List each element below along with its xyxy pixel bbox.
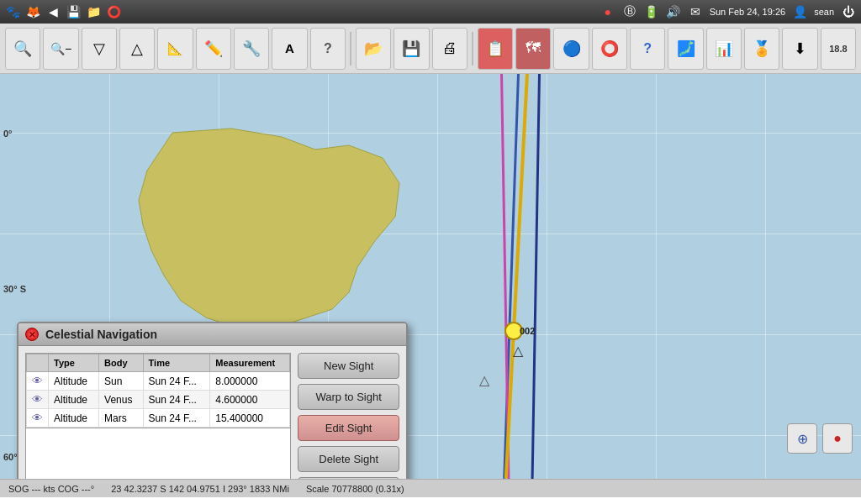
taskbar-app-icon[interactable]: 🐾 [5,4,20,19]
route-button[interactable]: 📐 [157,28,193,70]
fix-label: 002 [520,326,535,336]
grid-line-v5 [547,74,547,479]
taskbar-battery-icon[interactable]: 🔋 [644,4,659,19]
taskbar-bluetooth-icon[interactable]: Ⓑ [622,4,637,19]
sights-table-wrapper: Type Body Time Measurement 👁 Altitude Su… [25,353,291,479]
open-button[interactable]: 📂 [356,28,391,70]
table-empty-area [25,428,291,479]
map-area[interactable]: 0° 30° S 60° △ △ 002 ✕ Celestial Navigat… [0,74,861,479]
time-cell: Sun 24 F... [143,391,210,409]
grid-line-v4 [437,74,438,479]
time-cell: Sun 24 F... [143,409,210,428]
table-row[interactable]: 👁 Altitude Mars Sun 24 F... 15.400000 [27,409,290,428]
sights-table: Type Body Time Measurement 👁 Altitude Su… [26,354,290,428]
statusbar-scale: Scale 70778800 (0.31x) [306,484,404,494]
toolbar-sep-2 [472,32,473,66]
toolbar: 🔍 🔍− ▽ △ 📐 ✏️ 🔧 A ? 📂 💾 🖨 📋 🗺 🔵 ⭕ ? 🗾 📊 … [0,24,861,74]
route2-button[interactable]: 🗺 [515,28,551,70]
body-cell: Venus [99,391,144,409]
col-type-header: Type [49,354,99,372]
col-eye-header [27,354,49,372]
table-row[interactable]: 👁 Altitude Venus Sun 24 F... 4.600000 [27,391,290,409]
taskbar-datetime: Sun Feb 24, 19:26 [710,7,786,17]
scale-button[interactable]: 18.8 [821,28,856,70]
lat-label-0: 0° [3,129,13,139]
grid-line-h2 [0,234,861,234]
eye-cell: 👁 [27,409,49,428]
lat-label-60s: 60° [3,452,18,462]
measure-button[interactable]: △ [119,28,155,70]
chart-button[interactable]: 📋 [478,28,513,70]
time-cell: Sun 24 F... [143,372,210,391]
map-button[interactable]: 🗾 [668,28,703,70]
statusbar: SOG --- kts COG ---° 23 42.3237 S 142 04… [0,479,861,497]
help-button[interactable]: ? [310,28,346,70]
dialog-title: Celestial Navigation [45,328,157,341]
col-measurement-header: Measurement [210,354,290,372]
compass-button[interactable]: ⊕ [787,423,817,454]
taskbar-close-icon[interactable]: ● [600,4,615,19]
record-button[interactable]: ● [822,423,853,454]
badge-button[interactable]: 🏅 [744,28,779,70]
stats-button[interactable]: 📊 [706,28,742,70]
lifering-button[interactable]: ⭕ [592,28,627,70]
taskbar-save-icon[interactable]: 💾 [66,4,81,19]
fix-marker-triangle1: △ [513,343,523,359]
filter-button[interactable]: ▽ [82,28,117,70]
grid-line-h1 [0,133,861,134]
wrench-button[interactable]: 🔧 [234,28,269,70]
dialog-titlebar: ✕ Celestial Navigation [18,323,406,346]
edit-sight-button[interactable]: Edit Sight [298,415,399,441]
eye-cell: 👁 [27,391,49,409]
measurement-cell: 15.400000 [210,409,290,428]
new-sight-button[interactable]: New Sight [298,353,399,379]
dialog-body: Type Body Time Measurement 👁 Altitude Su… [18,346,406,479]
taskbar-user-icon[interactable]: 👤 [792,4,807,19]
taskbar-right: ● Ⓑ 🔋 🔊 ✉ Sun Feb 24, 19:26 👤 sean ⏻ [600,4,856,19]
type-cell: Altitude [49,409,99,428]
measurement-cell: 8.000000 [210,372,290,391]
celestial-navigation-dialog: ✕ Celestial Navigation Type Body Time Me… [17,322,408,479]
text-button[interactable]: A [272,28,307,70]
statusbar-sog-cog: SOG --- kts COG ---° [8,484,94,494]
taskbar-left: 🐾 🦊 ◀ 💾 📁 ⭕ [5,4,121,19]
taskbar-browser-icon[interactable]: 🦊 [25,4,40,19]
pencil-button[interactable]: ✏️ [196,28,231,70]
col-body-header: Body [99,354,144,372]
toolbar-sep-1 [350,32,351,66]
info-button[interactable]: ? [630,28,665,70]
nav-button[interactable]: 🔵 [553,28,589,70]
body-cell: Mars [99,409,144,428]
grid-line-v7 [765,74,766,479]
taskbar-folder-icon[interactable]: 📁 [86,4,101,19]
taskbar: 🐾 🦊 ◀ 💾 📁 ⭕ ● Ⓑ 🔋 🔊 ✉ Sun Feb 24, 19:26 … [0,0,861,24]
taskbar-power-icon[interactable]: ⏻ [841,4,856,19]
svg-marker-0 [139,129,399,330]
delete-sight-button[interactable]: Delete Sight [298,446,399,472]
statusbar-coordinates: 23 42.3237 S 142 04.9751 I 293° 1833 NMi [111,484,289,494]
taskbar-user: sean [814,7,834,17]
measurement-cell: 4.600000 [210,391,290,409]
fix-marker-triangle2: △ [479,372,489,388]
taskbar-mail-icon[interactable]: ✉ [688,4,703,19]
warp-sight-button[interactable]: Warp to Sight [298,384,399,410]
lat-label-30s: 30° S [3,284,26,294]
delete-all-sights-button[interactable]: Delete All Sights [298,477,399,479]
zoom-out-button[interactable]: 🔍− [43,28,78,70]
download-button[interactable]: ⬇ [782,28,817,70]
bottom-right-buttons: ⊕ ● [787,423,853,454]
sights-table-container: Type Body Time Measurement 👁 Altitude Su… [25,353,291,428]
col-time-header: Time [143,354,210,372]
nav-line-darkblue [531,74,541,479]
eye-cell: 👁 [27,372,49,391]
print-button[interactable]: 🖨 [432,28,467,70]
taskbar-volume-icon[interactable]: 🔊 [666,4,681,19]
buttons-panel: New Sight Warp to Sight Edit Sight Delet… [298,353,399,479]
table-row[interactable]: 👁 Altitude Sun Sun 24 F... 8.000000 [27,372,290,391]
zoom-in-button[interactable]: 🔍 [5,28,40,70]
save-button[interactable]: 💾 [394,28,429,70]
taskbar-back-icon[interactable]: ◀ [45,4,61,19]
dialog-close-button[interactable]: ✕ [25,328,39,341]
taskbar-app2-icon[interactable]: ⭕ [106,4,121,19]
type-cell: Altitude [49,372,99,391]
